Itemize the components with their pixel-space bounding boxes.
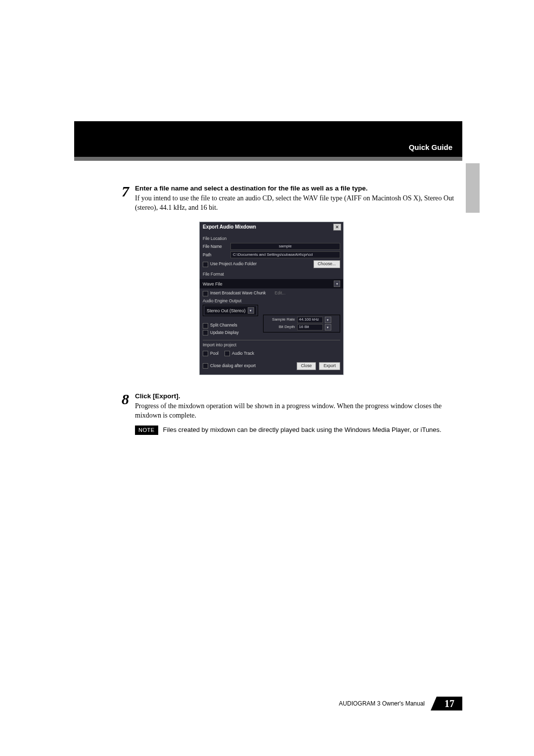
- step-body: Enter a file name and select a destinati…: [135, 184, 462, 386]
- dialog-footer: Close dialog after export Close Export: [203, 362, 340, 370]
- chevron-down-icon: ▾: [248, 307, 254, 314]
- side-tab: [466, 163, 480, 213]
- chevron-down-icon: ▾: [334, 281, 340, 287]
- choose-button[interactable]: Choose...: [313, 260, 340, 268]
- checkbox-icon: [203, 363, 208, 369]
- pool-label: Pool: [210, 351, 219, 356]
- note-badge: NOTE: [135, 425, 158, 435]
- path-row: Path C:\Documents and Settings\cubaseAI4…: [203, 251, 340, 258]
- file-format-label: File Format: [203, 272, 340, 277]
- header-rule: [74, 157, 462, 161]
- close-icon[interactable]: ✕: [333, 224, 341, 231]
- checkbox-icon: [203, 262, 208, 267]
- import-into-project-section: Import into project Pool Audio Track: [203, 340, 340, 358]
- bit-depth-row: Bit Depth 16 Bit ▾: [266, 324, 338, 331]
- close-after-export-checkbox[interactable]: Close dialog after export: [203, 363, 256, 369]
- header-title: Quick Guide: [409, 143, 452, 151]
- step-title: Enter a file name and select a destinati…: [135, 184, 462, 193]
- use-folder-row: Use Project Audio Folder Choose...: [203, 260, 340, 268]
- output-value: Stereo Out (Stereo): [207, 308, 246, 314]
- file-location-label: File Location: [203, 236, 340, 241]
- page-number-badge: 17: [431, 697, 462, 710]
- step-title: Click [Export].: [135, 392, 462, 401]
- use-project-folder-checkbox[interactable]: Use Project Audio Folder: [203, 261, 257, 267]
- audio-track-checkbox[interactable]: Audio Track: [224, 351, 254, 356]
- update-display-checkbox[interactable]: Update Display: [203, 330, 258, 335]
- use-project-folder-label: Use Project Audio Folder: [210, 261, 257, 267]
- close-button[interactable]: Close: [297, 362, 316, 370]
- audio-track-label: Audio Track: [232, 351, 254, 356]
- step-number: 8: [116, 392, 129, 435]
- edit-button[interactable]: Edit...: [275, 290, 286, 296]
- import-into-project-label: Import into project: [203, 342, 340, 348]
- path-field[interactable]: C:\Documents and Settings\cubaseAI4\cpr\…: [230, 251, 340, 258]
- bit-depth-dropdown[interactable]: 16 Bit: [297, 324, 323, 331]
- dialog-titlebar: Export Audio Mixdown ✕: [200, 222, 343, 232]
- header-band: Quick Guide: [74, 121, 462, 157]
- update-display-label: Update Display: [210, 330, 239, 335]
- file-name-row: File Name sample: [203, 243, 340, 250]
- bit-depth-label: Bit Depth: [266, 325, 295, 330]
- sample-rate-dropdown[interactable]: 44.100 kHz: [297, 317, 323, 323]
- insert-bwave-checkbox[interactable]: Insert Broadcast Wave Chunk Edit...: [203, 290, 340, 296]
- step-description: If you intend to use the file to create …: [135, 194, 462, 213]
- note-text: Files created by mixdown can be directly…: [163, 425, 462, 434]
- split-channels-checkbox[interactable]: Split Channels: [203, 323, 258, 328]
- step-7: 7 Enter a file name and select a destina…: [116, 184, 462, 386]
- file-name-label: File Name: [203, 244, 227, 249]
- file-format-value: Wave File: [203, 281, 222, 287]
- step-body: Click [Export]. Progress of the mixdown …: [135, 392, 462, 435]
- sample-rate-label: Sample Rate: [266, 317, 295, 323]
- step-8: 8 Click [Export]. Progress of the mixdow…: [116, 392, 462, 435]
- checkbox-icon: [203, 330, 208, 335]
- sample-settings-highlight: Sample Rate 44.100 kHz ▾ Bit Depth 16 Bi…: [263, 315, 340, 332]
- dialog-body: File Location File Name sample Path C:\D…: [200, 232, 343, 375]
- footer-text: AUDIOGRAM 3 Owner's Manual: [339, 700, 425, 707]
- output-dropdown[interactable]: Stereo Out (Stereo) ▾: [205, 306, 256, 315]
- stereo-out-highlight: Stereo Out (Stereo) ▾: [203, 305, 258, 316]
- file-format-dropdown[interactable]: Wave File ▾: [200, 279, 343, 288]
- page-footer: AUDIOGRAM 3 Owner's Manual 17: [74, 697, 462, 710]
- sample-rate-row: Sample Rate 44.100 kHz ▾: [266, 317, 338, 323]
- path-label: Path: [203, 252, 227, 258]
- checkbox-icon: [224, 351, 230, 356]
- chevron-down-icon: ▾: [325, 317, 331, 323]
- audio-engine-output-label: Audio Engine Output: [203, 298, 340, 304]
- dialog-title: Export Audio Mixdown: [203, 224, 256, 231]
- checkbox-icon: [203, 323, 208, 329]
- checkbox-icon: [203, 351, 208, 356]
- note: NOTE Files created by mixdown can be dir…: [135, 425, 462, 435]
- export-button[interactable]: Export: [319, 362, 340, 370]
- split-channels-label: Split Channels: [210, 323, 237, 328]
- page-content: 7 Enter a file name and select a destina…: [116, 178, 462, 435]
- page-number: 17: [431, 697, 465, 710]
- step-description: Progress of the mixdown operation will b…: [135, 402, 462, 421]
- export-audio-mixdown-dialog: Export Audio Mixdown ✕ File Location Fil…: [199, 222, 344, 375]
- pool-checkbox[interactable]: Pool: [203, 351, 219, 356]
- close-after-export-label: Close dialog after export: [210, 363, 256, 369]
- insert-bwave-label: Insert Broadcast Wave Chunk: [210, 290, 266, 296]
- step-number: 7: [116, 184, 129, 386]
- file-name-field[interactable]: sample: [230, 243, 340, 250]
- chevron-down-icon: ▾: [325, 324, 331, 331]
- checkbox-icon: [203, 291, 208, 296]
